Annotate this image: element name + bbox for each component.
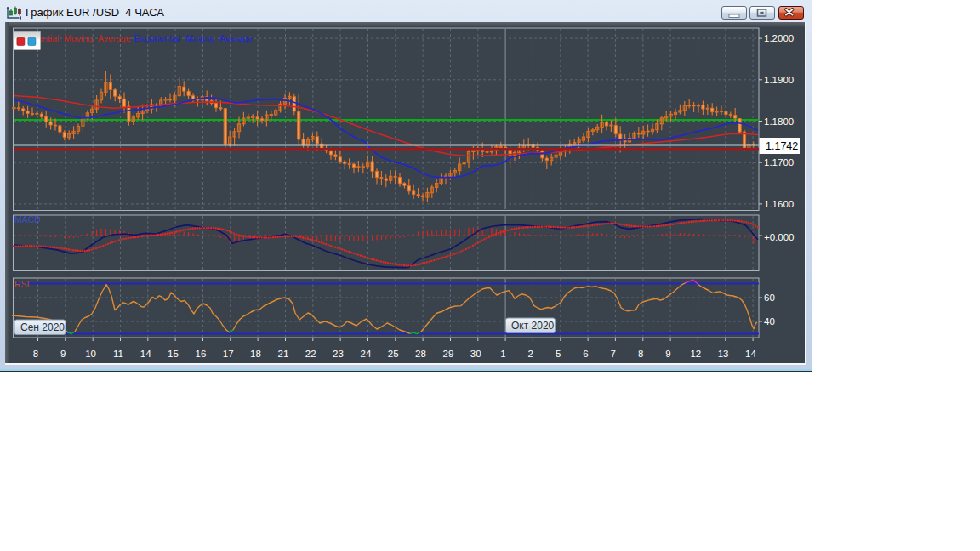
- svg-text:RSI: RSI: [14, 279, 30, 289]
- svg-text:6: 6: [583, 349, 588, 359]
- svg-text:40: 40: [764, 316, 775, 327]
- svg-text:+0.000: +0.000: [764, 232, 795, 242]
- svg-text:5: 5: [556, 349, 561, 359]
- svg-text:2: 2: [528, 349, 533, 359]
- svg-text:Окт 2020: Окт 2020: [511, 320, 555, 332]
- svg-text:29: 29: [443, 349, 454, 359]
- svg-text:Сен 2020: Сен 2020: [20, 321, 65, 333]
- svg-text:12: 12: [690, 349, 701, 359]
- svg-text:28: 28: [415, 349, 426, 359]
- svg-text:25: 25: [388, 349, 399, 359]
- svg-text:ential_Moving_Average: ential_Moving_Average: [37, 33, 131, 43]
- svg-text:Exponential_Moving_Average: Exponential_Moving_Average: [134, 33, 253, 43]
- svg-text:8: 8: [638, 349, 643, 359]
- svg-text:1.1900: 1.1900: [764, 75, 794, 85]
- svg-text:10: 10: [85, 349, 96, 359]
- svg-text:1.1700: 1.1700: [764, 157, 794, 168]
- svg-text:1.2000: 1.2000: [764, 33, 794, 43]
- svg-text:30: 30: [470, 349, 481, 359]
- svg-text:9: 9: [665, 349, 670, 359]
- svg-text:60: 60: [764, 293, 775, 303]
- svg-text:7: 7: [611, 349, 616, 359]
- svg-text:18: 18: [250, 349, 261, 359]
- svg-text:9: 9: [60, 349, 66, 359]
- svg-text:22: 22: [305, 349, 316, 359]
- svg-text:24: 24: [361, 349, 372, 359]
- svg-text:23: 23: [333, 349, 344, 359]
- svg-text:13: 13: [718, 349, 729, 359]
- svg-text:1: 1: [500, 349, 505, 359]
- svg-text:14: 14: [745, 349, 756, 359]
- svg-text:16: 16: [196, 349, 207, 359]
- svg-text:1.1600: 1.1600: [764, 199, 794, 209]
- svg-text:8: 8: [33, 349, 38, 359]
- svg-text:1.1742: 1.1742: [766, 140, 798, 152]
- svg-text:14: 14: [140, 349, 151, 359]
- svg-text:1.1800: 1.1800: [764, 116, 794, 127]
- svg-text:21: 21: [278, 349, 289, 359]
- svg-text:11: 11: [113, 349, 123, 359]
- svg-text:MACD: MACD: [14, 214, 41, 224]
- svg-text:15: 15: [168, 349, 179, 359]
- svg-text:17: 17: [223, 349, 234, 359]
